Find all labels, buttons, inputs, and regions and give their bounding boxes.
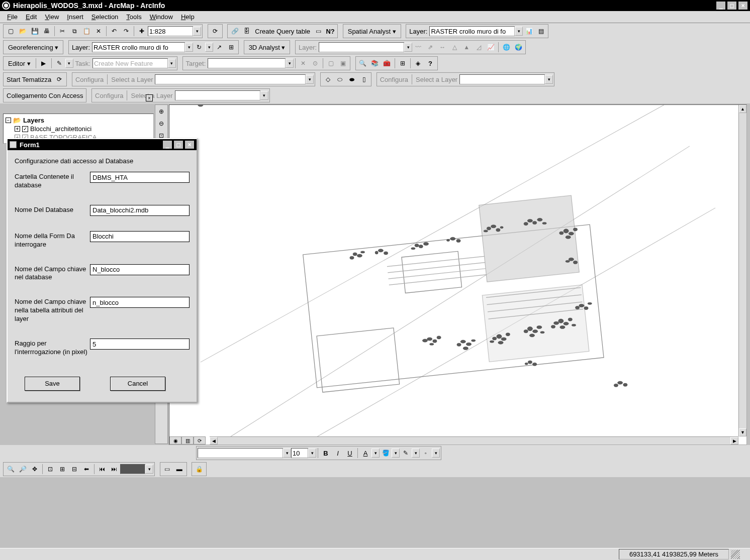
resize-grip-icon[interactable] <box>731 550 740 559</box>
tool-icon[interactable]: ◇ <box>322 74 333 85</box>
sa-layer-dropdown[interactable]: RASTER crollo muro di fo <box>429 26 515 36</box>
italic-icon[interactable]: I <box>332 447 343 459</box>
data-view-tab[interactable]: ◉ <box>169 436 181 444</box>
maximize-button[interactable]: □ <box>727 1 737 10</box>
sketch-tool-icon[interactable]: ✎ <box>54 58 65 69</box>
cut-icon[interactable]: ✂ <box>57 26 68 37</box>
rotate-arrow-icon[interactable]: ▾ <box>205 43 213 52</box>
collegamento-button[interactable]: Collegamento Con Access <box>5 92 85 99</box>
cancel-button[interactable]: Cancel <box>110 377 165 391</box>
vertical-scrollbar[interactable]: ▲ ▼ <box>738 105 746 436</box>
fixed-zoom-in-icon[interactable]: ⊞ <box>57 464 68 475</box>
toc-item[interactable]: + ✓ Blocchi_architettonici <box>6 125 151 133</box>
print-icon[interactable]: 🖶 <box>41 26 52 37</box>
scroll-down-icon[interactable]: ▼ <box>739 428 746 436</box>
db-icon[interactable]: 🗄 <box>241 26 252 37</box>
select-layer-dropdown-3[interactable] <box>175 90 260 100</box>
configura-button[interactable]: Configura <box>73 76 106 83</box>
underline-icon[interactable]: U <box>344 447 355 459</box>
dropdown-arrow-icon[interactable]: ▾ <box>185 43 193 52</box>
tool-icon[interactable]: ▯ <box>358 74 369 85</box>
checkbox-icon[interactable]: ✓ <box>22 126 28 132</box>
query-radius-input[interactable] <box>90 339 190 350</box>
configura-button-3[interactable]: Configura <box>93 92 125 99</box>
arcscene-icon[interactable]: 🌐 <box>501 42 512 53</box>
cmd-icon[interactable]: ⊞ <box>397 58 408 69</box>
scale-dropdown[interactable]: 1:828 <box>148 26 193 36</box>
dialog-minimize-button[interactable]: _ <box>162 140 172 149</box>
dropdown-arrow-icon[interactable]: ▾ <box>371 449 380 458</box>
menu-insert[interactable]: Insert <box>64 12 86 22</box>
form-name-input[interactable] <box>90 231 190 242</box>
toggle-icon[interactable]: ▭ <box>162 464 173 475</box>
paste-icon[interactable]: 📋 <box>81 26 92 37</box>
menu-tools[interactable]: Tools <box>123 12 144 22</box>
scroll-up-icon[interactable]: ▲ <box>739 105 746 113</box>
sketch-arrow-icon[interactable]: ▾ <box>65 59 73 68</box>
layer-key-field-input[interactable] <box>90 297 190 308</box>
fixed-zoom-out-icon[interactable]: ⊟ <box>69 464 80 475</box>
expand-icon[interactable]: + <box>15 126 20 132</box>
menu-edit[interactable]: Edit <box>23 12 40 22</box>
dialog-title-bar[interactable]: Form1 _ □ × <box>8 139 197 150</box>
marker-color-icon[interactable]: ◦ <box>420 447 431 459</box>
refresh-icon[interactable]: ⟳ <box>210 26 221 37</box>
start-tematizza-button[interactable]: Start Tematizza <box>5 76 53 83</box>
copy-icon[interactable]: ⧉ <box>69 26 80 37</box>
menu-window[interactable]: Window <box>147 12 176 22</box>
dropdown-arrow-icon[interactable]: ▾ <box>283 449 291 458</box>
undo-icon[interactable]: ↶ <box>109 26 120 37</box>
scroll-right-icon[interactable]: ▶ <box>730 437 738 444</box>
database-name-input[interactable] <box>90 205 190 216</box>
contour-icon[interactable]: ▤ <box>535 26 546 37</box>
refresh-view-icon[interactable]: ⟳ <box>194 436 206 444</box>
toc-close-icon[interactable]: × <box>146 94 153 101</box>
dialog-maximize-button[interactable]: □ <box>173 140 183 149</box>
map-canvas[interactable]: ▲ ▼ ◉ ▥ ⟳ ◀ ▶ <box>169 104 747 445</box>
link-icon[interactable]: 🔗 <box>229 26 240 37</box>
full-extent-icon[interactable]: ⊡ <box>45 464 56 475</box>
add-data-icon[interactable]: ✚ <box>136 26 147 37</box>
lock-icon[interactable]: 🔒 <box>194 464 205 475</box>
dropdown-arrow-icon[interactable]: ▾ <box>145 465 153 474</box>
menu-help[interactable]: Help <box>178 12 198 22</box>
font-size-dropdown[interactable]: 10 <box>291 448 308 458</box>
zoom-out-icon[interactable]: ⊖ <box>156 118 167 129</box>
line-color-icon[interactable]: ✎ <box>400 447 411 459</box>
new-icon[interactable]: ▢ <box>5 26 16 37</box>
minimize-button[interactable]: _ <box>716 1 726 10</box>
georef-layer-dropdown[interactable]: RASTER crollo muro di fo <box>92 42 185 52</box>
dropdown-arrow-icon[interactable]: ▾ <box>412 449 420 458</box>
zoom-pct[interactable] <box>120 464 145 474</box>
layout-view-tab[interactable]: ▥ <box>181 436 194 444</box>
edit-tool-icon[interactable]: ▶ <box>38 58 49 69</box>
toc-root[interactable]: − 📂 Layers <box>6 116 151 125</box>
model-icon[interactable]: ◈ <box>413 58 424 69</box>
view-link-table-icon[interactable]: ⊞ <box>226 42 237 53</box>
horizontal-scrollbar[interactable]: ◀ ▶ <box>210 436 738 444</box>
dialog-close-button[interactable]: × <box>184 140 195 149</box>
save-button[interactable]: Save <box>25 377 80 391</box>
table-icon[interactable]: ▭ <box>313 26 324 37</box>
whatsthis-icon[interactable]: ? <box>425 58 436 69</box>
editor-dropdown[interactable]: Editor ▾ <box>5 58 34 69</box>
select-layer-dropdown[interactable] <box>155 74 306 84</box>
menu-file[interactable]: File <box>4 12 21 22</box>
dropdown-arrow-icon[interactable]: ▾ <box>260 91 268 100</box>
tool-icon[interactable]: ⬭ <box>334 74 345 85</box>
delete-icon[interactable]: ✕ <box>93 26 104 37</box>
menu-selection[interactable]: Selection <box>88 12 121 22</box>
dropdown-arrow-icon[interactable]: ▾ <box>432 449 440 458</box>
rotate-icon[interactable]: ↻ <box>194 42 205 53</box>
db-key-field-input[interactable] <box>90 264 190 275</box>
dropdown-arrow-icon[interactable]: ▾ <box>392 449 400 458</box>
toolbox-icon[interactable]: 🧰 <box>382 58 393 69</box>
save-icon[interactable]: 💾 <box>29 26 40 37</box>
a3d-layer-dropdown[interactable] <box>319 42 404 52</box>
redo-icon[interactable]: ↷ <box>121 26 132 37</box>
bold-icon[interactable]: B <box>320 447 331 459</box>
analyst3d-dropdown[interactable]: 3D Analyst ▾ <box>245 42 289 53</box>
spatial-analyst-dropdown[interactable]: Spatial Analyst ▾ <box>344 26 400 37</box>
find-icon[interactable]: 🔍 <box>357 58 368 69</box>
cartella-input[interactable] <box>90 172 190 183</box>
